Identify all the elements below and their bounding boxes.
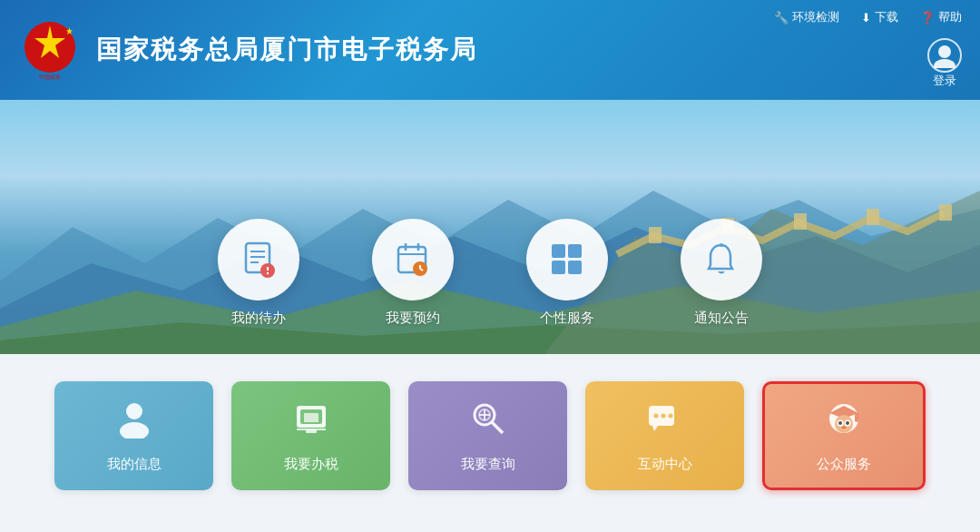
- download-icon: ⬇: [861, 11, 871, 25]
- personal-icon-circle: [526, 219, 608, 300]
- query-label: 我要查询: [461, 456, 515, 473]
- header: 中国税务 国家税务总局厦门市电子税务局 🔧 环境检测 ⬇ 下载 ❓ 帮助: [0, 0, 980, 100]
- service-interaction[interactable]: 互动中心: [585, 381, 744, 490]
- header-title: 国家税务总局厦门市电子税务局: [96, 33, 477, 67]
- header-top-links: 🔧 环境检测 ⬇ 下载 ❓ 帮助: [774, 0, 962, 34]
- query-icon: [468, 399, 508, 447]
- notice-label: 通知公告: [694, 310, 749, 327]
- my-info-label: 我的信息: [107, 456, 162, 473]
- login-button[interactable]: 登录: [927, 38, 962, 89]
- service-public[interactable]: 公众服务: [762, 381, 926, 490]
- hero-banner: 我的待办 我要预约: [0, 100, 980, 354]
- svg-rect-14: [794, 213, 807, 230]
- svg-line-45: [492, 422, 503, 433]
- svg-point-60: [838, 421, 842, 425]
- help-link[interactable]: ❓ 帮助: [920, 9, 962, 25]
- services-section: 我的信息 我要办税 我要查询: [0, 363, 980, 508]
- svg-point-53: [668, 414, 672, 419]
- svg-rect-16: [939, 204, 952, 221]
- avatar-icon: [927, 38, 962, 73]
- svg-point-6: [934, 59, 956, 68]
- service-query[interactable]: 我要查询: [408, 381, 567, 490]
- svg-rect-41: [304, 413, 318, 422]
- svg-point-5: [938, 45, 951, 58]
- hero-item-todo[interactable]: 我的待办: [218, 219, 299, 327]
- public-icon: [824, 399, 864, 447]
- service-tax-office[interactable]: 我要办税: [231, 381, 390, 490]
- hero-icons: 我的待办 我要预约: [218, 219, 762, 327]
- env-label: 环境检测: [792, 9, 839, 25]
- svg-rect-33: [552, 261, 565, 274]
- env-check-link[interactable]: 🔧 环境检测: [774, 9, 839, 25]
- svg-point-37: [126, 403, 142, 419]
- svg-rect-56: [855, 413, 858, 422]
- my-info-icon: [114, 399, 154, 447]
- tax-office-label: 我要办税: [284, 456, 338, 473]
- todo-label: 我的待办: [231, 310, 286, 327]
- download-label: 下载: [875, 9, 898, 25]
- svg-point-61: [846, 421, 849, 425]
- download-link[interactable]: ⬇ 下载: [861, 9, 898, 25]
- svg-marker-50: [652, 426, 658, 431]
- help-label: 帮助: [938, 9, 962, 25]
- header-right: 🔧 环境检测 ⬇ 下载 ❓ 帮助 登录: [774, 0, 962, 89]
- svg-rect-34: [568, 261, 582, 274]
- public-label: 公众服务: [817, 456, 871, 473]
- svg-rect-31: [552, 244, 565, 258]
- interaction-label: 互动中心: [638, 456, 692, 473]
- svg-point-23: [267, 272, 269, 274]
- svg-rect-15: [867, 209, 879, 225]
- env-icon: 🔧: [774, 11, 789, 25]
- interaction-icon: [645, 399, 685, 447]
- appointment-icon-circle: [372, 219, 454, 300]
- appointment-label: 我要预约: [386, 310, 440, 327]
- svg-point-36: [720, 243, 723, 247]
- tax-office-icon: [291, 399, 331, 447]
- svg-point-51: [653, 414, 658, 419]
- todo-icon-circle: [218, 219, 299, 300]
- service-my-info[interactable]: 我的信息: [54, 381, 213, 490]
- login-label: 登录: [933, 73, 956, 89]
- hero-item-notice[interactable]: 通知公告: [681, 219, 762, 327]
- help-icon: ❓: [920, 11, 935, 25]
- svg-point-52: [661, 414, 665, 419]
- svg-rect-32: [568, 244, 582, 258]
- hero-item-appointment[interactable]: 我要预约: [372, 219, 454, 327]
- svg-point-38: [120, 422, 149, 438]
- personal-label: 个性服务: [540, 310, 594, 327]
- logo: 中国税务: [18, 18, 82, 82]
- svg-text:中国税务: 中国税务: [39, 74, 61, 80]
- notice-icon-circle: [681, 219, 762, 300]
- hero-item-personal[interactable]: 个性服务: [526, 219, 608, 327]
